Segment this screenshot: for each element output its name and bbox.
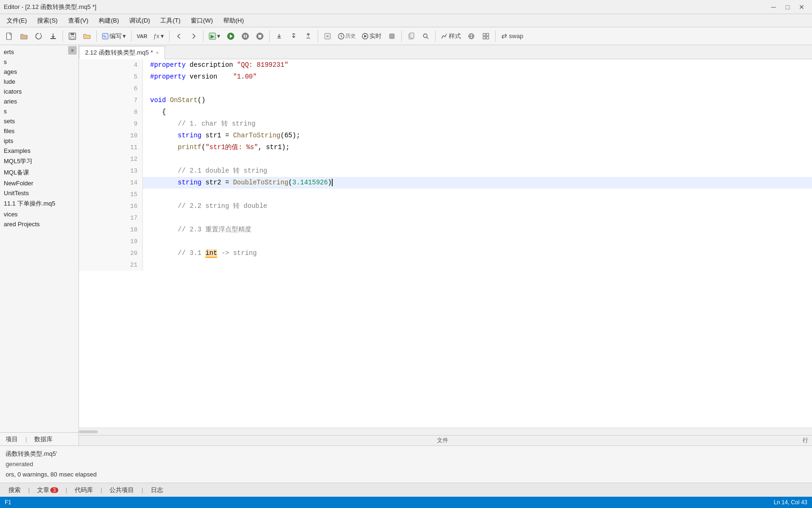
run-button[interactable]: [224, 29, 237, 43]
sidebar-item-newfolder[interactable]: NewFolder: [0, 178, 78, 188]
code-content: 4 #property description "QQ: 8199231" 5 …: [79, 59, 812, 271]
step-into-button[interactable]: [273, 29, 286, 43]
sidebar-item-lude[interactable]: lude: [0, 77, 78, 87]
svg-rect-35: [486, 37, 489, 39]
sidebar-item-erts[interactable]: erts: [0, 47, 78, 57]
sidebar-item-mql-backup[interactable]: MQL备课: [0, 167, 78, 178]
articles-badge: 3: [50, 487, 58, 493]
svg-rect-24: [390, 34, 394, 39]
bottom-tab-search[interactable]: 搜索: [4, 484, 25, 496]
sidebar-item-examples[interactable]: Examples: [0, 146, 78, 156]
close-button[interactable]: ✕: [795, 0, 808, 14]
sidebar-tab-database[interactable]: 数据库: [32, 434, 55, 444]
svg-marker-23: [364, 35, 367, 38]
sidebar-item-aries[interactable]: aries: [0, 96, 78, 106]
menu-file[interactable]: 文件(E): [2, 15, 31, 27]
step-over-button[interactable]: [287, 29, 300, 43]
step-out-button[interactable]: [302, 29, 315, 43]
code-line-19: 19: [79, 236, 812, 247]
detected-int: int: [205, 249, 217, 258]
toolbar-sep-3: [131, 31, 132, 42]
code-line-8: 8 {: [79, 106, 812, 118]
toolbar-sep-4: [169, 31, 170, 42]
toolbar-sep-9: [435, 31, 436, 42]
sidebar-item-ipts[interactable]: ipts: [0, 136, 78, 146]
editor-status-center: 文件: [83, 437, 803, 444]
download-button[interactable]: [47, 29, 60, 43]
bottom-tab-log[interactable]: 日志: [146, 484, 168, 496]
write-label: 编写: [109, 32, 122, 40]
back-button[interactable]: [172, 29, 186, 43]
svg-rect-4: [70, 33, 74, 35]
menu-build[interactable]: 构建(B): [94, 15, 124, 27]
sidebar-close-button[interactable]: ×: [68, 46, 77, 55]
stop-button[interactable]: [253, 29, 266, 43]
svg-rect-2: [50, 38, 56, 39]
sidebar-item-s[interactable]: s: [0, 57, 78, 67]
app-title: Editor - [2.12 函数转换类型.mq5 *]: [4, 3, 96, 11]
sidebar-item-s2[interactable]: s: [0, 106, 78, 116]
menu-window[interactable]: 窗口(W): [186, 15, 218, 27]
minimize-button[interactable]: ─: [767, 0, 780, 14]
menu-help[interactable]: 帮助(H): [219, 15, 249, 27]
sidebar-item-mq5[interactable]: 11.1 下单操作.mq5: [0, 198, 78, 209]
code-line-20: 20 // 3.1 int -> string: [79, 247, 812, 259]
swap-button[interactable]: swap: [499, 29, 525, 43]
code-editor[interactable]: 4 #property description "QQ: 8199231" 5 …: [79, 59, 812, 428]
open-button[interactable]: [17, 29, 31, 43]
horizontal-scrollbar[interactable]: [79, 428, 812, 435]
var-button[interactable]: VAR: [134, 29, 149, 43]
bottom-tab-public-projects[interactable]: 公共项目: [105, 484, 139, 496]
sidebar-item-files[interactable]: files: [0, 126, 78, 136]
sidebar-tab-project[interactable]: 项目: [4, 434, 20, 444]
cursor-position: Ln 14, Col 43: [774, 499, 807, 506]
status-bar-right: Ln 14, Col 43: [774, 499, 807, 506]
sidebar-item-vices[interactable]: vices: [0, 209, 78, 219]
realtime-button[interactable]: 实时: [359, 29, 384, 43]
menu-debug[interactable]: 调试(D): [125, 15, 155, 27]
code-line-17: 17: [79, 212, 812, 224]
menu-view[interactable]: 查看(V): [63, 15, 93, 27]
code-line-11: 11 printf("str1的值: %s", str1);: [79, 142, 812, 153]
compile-button[interactable]: ▶ ▾: [206, 29, 223, 43]
sidebar-footer: 项目 | 数据库: [0, 432, 78, 445]
sidebar-item-mql5-learn[interactable]: MQL5学习: [0, 156, 78, 167]
sidebar-item-shared-projects[interactable]: ared Projects: [0, 219, 78, 229]
sidebar-item-unittests[interactable]: UnitTests: [0, 188, 78, 198]
bottom-output: 函数转换类型.mq5' generated ors, 0 warnings, 8…: [0, 446, 812, 483]
sidebar-item-icators[interactable]: icators: [0, 87, 78, 96]
breakpoint-button[interactable]: [321, 29, 334, 43]
bottom-tab-codebase[interactable]: 代码库: [70, 484, 98, 496]
fx-button[interactable]: ƒx ▾: [151, 29, 166, 43]
sidebar-item-ages[interactable]: ages: [0, 67, 78, 77]
forward-button[interactable]: [187, 29, 200, 43]
toolbar-sep-6: [269, 31, 270, 42]
code-line-18: 18 // 2.3 重置浮点型精度: [79, 224, 812, 236]
grid-button[interactable]: [479, 29, 492, 43]
menu-tools[interactable]: 工具(T): [156, 15, 185, 27]
menu-search[interactable]: 搜索(S): [32, 15, 62, 27]
history-button[interactable]: 历史: [336, 29, 358, 43]
bottom-tab-articles[interactable]: 文章3: [32, 484, 62, 496]
globe-button[interactable]: [465, 29, 478, 43]
style-button[interactable]: 样式: [438, 29, 463, 43]
reload-button[interactable]: [32, 29, 45, 43]
code-line-9: 9 // 1. char 转 string: [79, 118, 812, 130]
folder-button[interactable]: [80, 29, 94, 43]
new-file-button[interactable]: [3, 29, 16, 43]
pause-button[interactable]: [239, 29, 252, 43]
record-stop-button[interactable]: [385, 29, 398, 43]
output-status: ors, 0 warnings, 80 msec elapsed: [6, 469, 806, 480]
copy-buffer-button[interactable]: [405, 29, 418, 43]
toolbar-sep-8: [401, 31, 402, 42]
maximize-button[interactable]: □: [781, 0, 794, 14]
code-line-21: 21: [79, 259, 812, 271]
sidebar-item-sets[interactable]: sets: [0, 116, 78, 126]
zoom-button[interactable]: [419, 29, 432, 43]
tab-close-button[interactable]: ×: [156, 50, 159, 56]
style-label: 样式: [449, 32, 461, 40]
save-button[interactable]: [66, 29, 79, 43]
svg-rect-34: [483, 37, 485, 39]
write-button[interactable]: ✎ 编写 ▾: [100, 29, 128, 43]
editor-tab-main[interactable]: 2.12 函数转换类型.mq5 * ×: [79, 46, 165, 59]
